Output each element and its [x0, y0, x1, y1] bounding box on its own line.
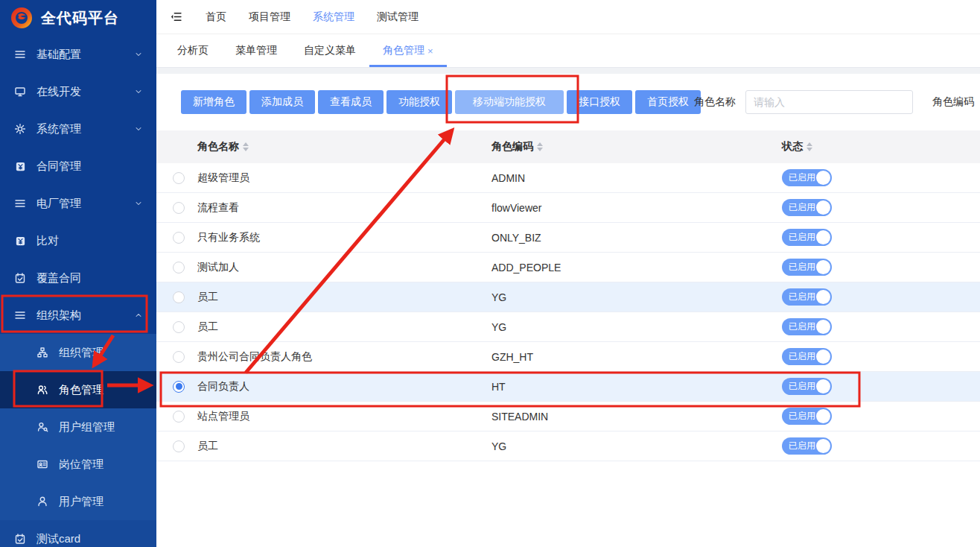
table-row[interactable]: 员工 YG 已启用 [156, 282, 980, 312]
row-radio[interactable] [173, 291, 185, 303]
toggle-knob [816, 200, 830, 215]
status-toggle[interactable]: 已启用 [782, 259, 832, 276]
table-row[interactable]: 站点管理员 SITEADMIN 已启用 [156, 402, 980, 431]
status-toggle[interactable]: 已启用 [782, 169, 832, 186]
function-auth-button[interactable]: 功能授权 [386, 90, 452, 114]
status-toggle[interactable]: 已启用 [782, 199, 832, 216]
roles-icon [36, 383, 49, 396]
status-toggle[interactable]: 已启用 [782, 288, 832, 306]
status-toggle[interactable]: 已启用 [782, 437, 832, 455]
topnav-item-project-mgmt[interactable]: 项目管理 [249, 10, 290, 24]
tab-custom-menu[interactable]: 自定义菜单 [290, 34, 369, 67]
close-icon[interactable]: × [427, 45, 433, 57]
sidebar-item-test-card[interactable]: 测试card [0, 520, 156, 547]
sidebar-item-org-mgmt[interactable]: 组织管理 [0, 334, 156, 371]
role-code-cell: SITEADMIN [491, 411, 782, 423]
role-name-cell: 超级管理员 [197, 171, 491, 185]
role-name-cell: 合同负责人 [197, 380, 491, 393]
row-radio[interactable] [173, 351, 185, 363]
tab-menu-mgmt[interactable]: 菜单管理 [222, 34, 290, 67]
status-toggle[interactable]: 已启用 [782, 408, 832, 425]
sort-icon[interactable] [806, 142, 812, 151]
role-name-cell: 流程查看 [197, 201, 491, 215]
sidebar-item-compare[interactable]: 比对 [0, 222, 156, 259]
sidebar-item-label: 测试card [36, 532, 144, 546]
top-navigation: 首页 项目管理 系统管理 测试管理 [156, 0, 980, 34]
table-row[interactable]: 贵州公司合同负责人角色 GZH_HT 已启用 [156, 342, 980, 372]
tab-role-mgmt[interactable]: 角色管理 × [369, 34, 447, 67]
sidebar-item-label: 组织架构 [36, 309, 134, 323]
role-code-cell: GZH_HT [491, 351, 782, 363]
topnav-item-home[interactable]: 首页 [206, 10, 226, 24]
sidebar-item-power-plant-mgmt[interactable]: 电厂管理 [0, 185, 156, 222]
menu-icon [13, 197, 27, 210]
table-row[interactable]: 流程查看 flowViewer 已启用 [156, 193, 980, 223]
topnav-item-test-mgmt[interactable]: 测试管理 [377, 10, 419, 24]
calendar-check-icon [13, 532, 27, 546]
row-radio[interactable] [173, 232, 185, 244]
sidebar-item-post-mgmt[interactable]: 岗位管理 [0, 446, 156, 483]
sidebar-item-user-mgmt[interactable]: 用户管理 [0, 483, 156, 520]
filter-bar: 角色名称 角色编码 [694, 90, 980, 114]
toggle-label: 已启用 [789, 381, 815, 391]
add-role-button[interactable]: 新增角色 [181, 90, 246, 114]
homepage-auth-button[interactable]: 首页授权 [635, 90, 701, 114]
tab-label: 菜单管理 [235, 44, 277, 57]
row-radio[interactable] [173, 321, 185, 333]
sort-icon[interactable] [243, 142, 249, 151]
sidebar-item-role-mgmt[interactable]: 角色管理 [0, 371, 156, 408]
sidebar-item-basic-config[interactable]: 基础配置 [0, 36, 156, 73]
contract-icon [13, 159, 27, 173]
sidebar-item-org-structure[interactable]: 组织架构 [0, 297, 156, 334]
sidebar-item-contract-mgmt[interactable]: 合同管理 [0, 148, 156, 185]
status-toggle[interactable]: 已启用 [782, 378, 832, 395]
role-name-input[interactable] [745, 90, 913, 114]
user-group-icon [36, 420, 49, 434]
sidebar-item-label: 基础配置 [36, 48, 134, 62]
toggle-knob [816, 439, 830, 453]
role-code-cell: YG [491, 321, 782, 333]
row-radio[interactable] [173, 202, 185, 214]
table-row[interactable]: 员工 YG 已启用 [156, 431, 980, 461]
row-radio[interactable] [173, 440, 185, 452]
toggle-label: 已启用 [789, 321, 815, 332]
status-toggle[interactable]: 已启用 [782, 229, 832, 246]
sort-icon[interactable] [537, 142, 543, 151]
row-radio-checked[interactable] [173, 381, 185, 393]
table-row[interactable]: 测试加人 ADD_PEOPLE 已启用 [156, 253, 980, 282]
api-auth-button[interactable]: 接口授权 [567, 90, 632, 114]
tab-analysis-page[interactable]: 分析页 [164, 34, 222, 67]
sidebar-item-label: 覆盖合同 [36, 271, 144, 285]
collapse-sidebar-icon[interactable] [170, 10, 183, 24]
mobile-function-auth-button[interactable]: 移动端功能授权 [455, 90, 564, 114]
role-code-cell: ADD_PEOPLE [491, 262, 782, 274]
contract-icon [13, 234, 27, 247]
sidebar-item-label: 在线开发 [36, 85, 134, 99]
header-cell-role-code[interactable]: 角色编码 [491, 140, 782, 154]
row-radio[interactable] [173, 262, 185, 274]
sidebar-item-user-group-mgmt[interactable]: 用户组管理 [0, 408, 156, 446]
add-member-button[interactable]: 添加成员 [249, 90, 315, 114]
row-radio[interactable] [173, 172, 185, 184]
table-row[interactable]: 超级管理员 ADMIN 已启用 [156, 163, 980, 193]
toggle-label: 已启用 [789, 232, 815, 242]
role-code-filter-label: 角色编码 [932, 95, 974, 109]
sidebar-item-online-dev[interactable]: 在线开发 [0, 73, 156, 110]
row-radio[interactable] [173, 411, 185, 423]
toggle-label: 已启用 [789, 262, 815, 272]
table-row-selected[interactable]: 合同负责人 HT 已启用 [156, 372, 980, 402]
toggle-knob [816, 260, 830, 274]
view-members-button[interactable]: 查看成员 [318, 90, 384, 114]
sidebar-item-system-mgmt[interactable]: 系统管理 [0, 110, 156, 148]
header-cell-role-name[interactable]: 角色名称 [197, 140, 491, 154]
table-row[interactable]: 只有业务系统 ONLY_BIZ 已启用 [156, 223, 980, 253]
header-cell-status[interactable]: 状态 [782, 140, 980, 154]
topnav-item-system-mgmt[interactable]: 系统管理 [313, 10, 354, 24]
app-logo: 全代码平台 [0, 0, 156, 36]
status-toggle[interactable]: 已启用 [782, 348, 832, 365]
status-toggle[interactable]: 已启用 [782, 318, 832, 335]
sidebar-item-label: 岗位管理 [59, 458, 144, 472]
table-row[interactable]: 员工 YG 已启用 [156, 312, 980, 342]
sidebar-item-cover-contract[interactable]: 覆盖合同 [0, 259, 156, 297]
toggle-knob [816, 171, 830, 185]
